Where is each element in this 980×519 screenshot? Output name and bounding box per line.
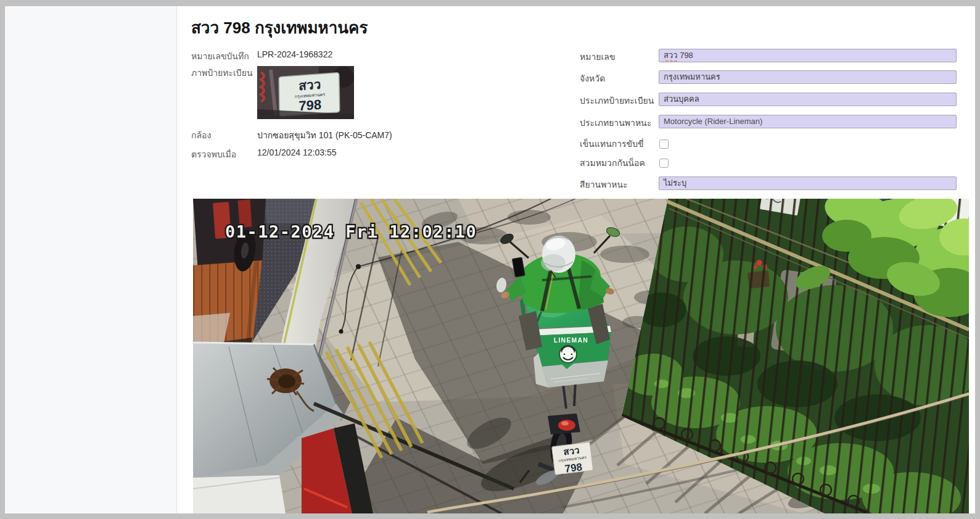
bike-plate-line1: สวว <box>563 444 580 457</box>
detected-at-value: 12/01/2024 12:03:55 <box>257 147 336 157</box>
helmet-worn-label: สวมหมวกกันน็อค <box>580 156 645 170</box>
vehicle-type-input[interactable]: Motorcycle (Rider-Lineman) <box>659 115 957 128</box>
record-number-value: LPR-2024-1968322 <box>257 49 332 59</box>
plate-no-value-misspelled: สวว <box>664 51 678 60</box>
plate-no-value-rest: 798 <box>678 51 693 60</box>
lineman-logo-text: LINEMAN <box>554 336 588 344</box>
sidebar <box>5 6 177 513</box>
plate-thumbnail-image: สวว กรุงเทพมหานคร 798 <box>257 66 354 119</box>
pushed-not-ridden-label: เข็นแทนการขับขี่ <box>580 137 644 151</box>
plate-type-input[interactable]: ส่วนบุคคล <box>659 93 957 106</box>
plate-thumb-line1: สวว <box>299 77 321 93</box>
page-title: สวว 798 กรุงเทพมหานคร <box>191 15 368 40</box>
vehicle-type-label: ประเภทยานพาหนะ <box>580 116 651 130</box>
bike-license-plate: สวว กรุงเทพมหานคร 798 <box>552 442 593 476</box>
record-detail-panel: สวว 798 กรุงเทพมหานคร หมายเลขบันทึก LPR-… <box>177 6 975 513</box>
plate-thumb-line3: 798 <box>299 97 321 114</box>
detected-at-label: ตรวจพบเมื่อ <box>191 147 236 161</box>
plate-no-input[interactable]: สวว 798 <box>659 49 957 62</box>
province-input[interactable]: กรุงเทพมหานคร <box>659 70 957 84</box>
pushed-not-ridden-checkbox[interactable] <box>659 139 669 149</box>
white-panel <box>193 475 286 513</box>
camera-value: ปากซอยสุขุมวิท 101 (PK-05-CAM7) <box>257 128 392 142</box>
plate-no-label: หมายเลข <box>580 50 615 64</box>
record-number-label: หมายเลขบันทึก <box>191 49 249 63</box>
bike-plate-line3: 798 <box>564 461 583 475</box>
plate-image-label: ภาพป้ายทะเบียน <box>191 66 252 80</box>
timestamp-overlay: 01-12-2024 Fri 12:02:10 <box>225 222 477 241</box>
app-window: สวว 798 กรุงเทพมหานคร หมายเลขบันทึก LPR-… <box>0 0 980 519</box>
helmet-worn-checkbox[interactable] <box>659 159 669 168</box>
plate-type-label: ประเภทป้ายทะเบียน <box>580 94 654 107</box>
plate-thumb-plate: สวว กรุงเทพมหานคร 798 <box>279 73 340 117</box>
vehicle-color-label: สียานพาหนะ <box>580 178 628 191</box>
vehicle-color-input[interactable]: ไม่ระบุ <box>659 176 957 190</box>
cctv-photo: สวว กรุงเทพมหานคร 798 LINEMAN <box>193 199 969 513</box>
lineman-mascot <box>559 346 577 363</box>
province-label: จังหวัด <box>580 72 605 85</box>
camera-label: กล้อง <box>191 128 211 142</box>
